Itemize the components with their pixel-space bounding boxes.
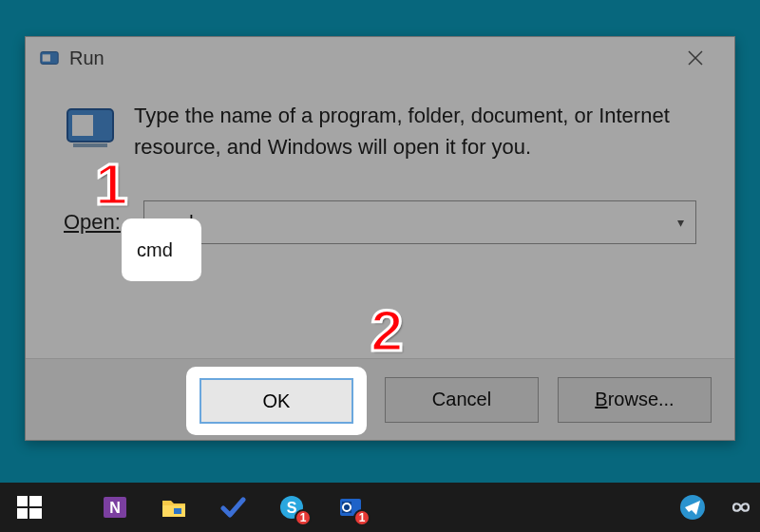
dialog-instruction: Type the name of a program, folder, docu… bbox=[134, 100, 696, 162]
svg-rect-14 bbox=[174, 508, 181, 514]
taskbar-app[interactable] bbox=[722, 483, 760, 532]
infinity-icon bbox=[727, 493, 755, 522]
titlebar: Run bbox=[26, 37, 734, 79]
run-icon bbox=[39, 48, 60, 68]
svg-rect-10 bbox=[29, 508, 42, 519]
outlook-badge: 1 bbox=[353, 509, 370, 526]
close-icon bbox=[688, 50, 703, 66]
taskbar-explorer[interactable] bbox=[144, 483, 203, 532]
folder-icon bbox=[160, 493, 188, 522]
skype-badge: 1 bbox=[294, 509, 312, 526]
taskbar: N S 1 1 bbox=[0, 483, 760, 532]
svg-text:N: N bbox=[109, 500, 121, 516]
run-dialog: Run Type the name of a program, folder, … bbox=[25, 36, 735, 441]
dialog-button-row: OK Cancel Browse... bbox=[26, 358, 734, 440]
svg-rect-6 bbox=[73, 143, 107, 147]
taskbar-telegram[interactable] bbox=[663, 483, 722, 532]
close-button[interactable] bbox=[662, 37, 729, 79]
check-icon bbox=[218, 493, 247, 522]
svg-rect-9 bbox=[17, 508, 28, 519]
telegram-icon bbox=[678, 493, 707, 522]
start-button[interactable] bbox=[0, 483, 59, 532]
open-label: Open: bbox=[64, 210, 121, 235]
taskbar-todo[interactable] bbox=[203, 483, 262, 532]
ok-button[interactable]: OK bbox=[212, 377, 366, 423]
cancel-button[interactable]: Cancel bbox=[385, 377, 539, 423]
svg-rect-1 bbox=[43, 54, 50, 61]
open-input-value: cmd bbox=[158, 212, 194, 234]
browse-button[interactable]: Browse... bbox=[558, 377, 712, 423]
open-input[interactable]: cmd ▾ bbox=[143, 200, 696, 244]
onenote-icon: N bbox=[101, 493, 129, 522]
windows-icon bbox=[15, 493, 44, 522]
taskbar-outlook[interactable]: 1 bbox=[321, 483, 380, 532]
dialog-title: Run bbox=[69, 48, 104, 69]
chevron-down-icon[interactable]: ▾ bbox=[677, 215, 684, 230]
svg-rect-8 bbox=[29, 496, 42, 506]
run-body-icon bbox=[64, 100, 117, 153]
svg-rect-7 bbox=[17, 496, 28, 506]
svg-rect-5 bbox=[72, 115, 93, 136]
taskbar-skype[interactable]: S 1 bbox=[262, 483, 321, 532]
taskbar-onenote[interactable]: N bbox=[86, 483, 144, 532]
